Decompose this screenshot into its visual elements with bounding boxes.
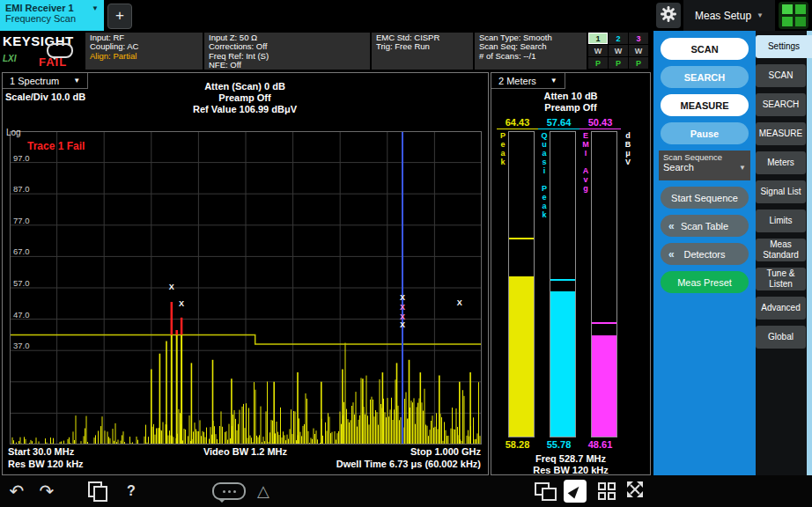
- menu-item-signal-list[interactable]: Signal List: [756, 180, 806, 203]
- menu-item-limits[interactable]: Limits: [756, 209, 806, 232]
- search-button[interactable]: SEARCH: [661, 66, 749, 88]
- menu-item-global[interactable]: Global: [756, 326, 806, 349]
- meter-fill: [509, 276, 534, 437]
- submenu-column: SettingsSCANSEARCHMEASUREMetersSignal Li…: [756, 31, 812, 475]
- fullscreen-button[interactable]: [624, 480, 646, 503]
- arrange-windows-icon[interactable]: [534, 480, 557, 503]
- spectrum-graph[interactable]: XXXXXXX97.087.077.067.057.047.037.0: [10, 131, 482, 445]
- menu-item-search[interactable]: SEARCH: [756, 93, 806, 116]
- status-line: Trig: Free Run: [376, 42, 469, 51]
- meter-bar-quasi-peak: [550, 131, 576, 437]
- meas-preset-button[interactable]: Meas Preset: [661, 271, 749, 293]
- svg-text:X: X: [400, 293, 405, 302]
- meters-title-label: 2 Meters: [498, 76, 536, 86]
- pause-button[interactable]: Pause: [661, 122, 749, 144]
- dwell-time-label: Dwell Time 6.73 μs (60.002 kHz): [336, 459, 481, 469]
- svg-text:X: X: [400, 320, 405, 329]
- status-line: Align: Partial: [90, 52, 198, 61]
- ref-value-label: Ref Value 106.99 dBμV: [126, 104, 364, 115]
- scan-sequence-dropdown[interactable]: Scan Sequence Search ▼: [659, 151, 750, 180]
- dual-window-icon: [535, 481, 557, 501]
- menu-item-settings[interactable]: Settings: [756, 35, 812, 58]
- meters-window: 2 Meters ▼ Atten 10 dB Preamp Off 64.43P…: [491, 72, 651, 475]
- gear-icon: [660, 5, 677, 26]
- speech-bubble-icon: [212, 482, 246, 500]
- svg-text:37.0: 37.0: [13, 341, 30, 350]
- menu-accent-strip: [807, 31, 812, 475]
- meter-max-value: 64.43: [497, 117, 538, 129]
- scan-button[interactable]: SCAN: [661, 38, 749, 60]
- emc-trigger-block[interactable]: EMC Std: CISPRTrig: Free Run: [372, 33, 473, 70]
- meter-bar-peak: [508, 131, 535, 437]
- meters-preamp-label: Preamp Off: [491, 102, 650, 114]
- bottom-toolbar: ↶ ↷ ? △: [0, 475, 812, 507]
- chevron-left-icon: «: [668, 248, 675, 261]
- trace-2-num-cell[interactable]: 2: [609, 33, 628, 44]
- scale-per-div-label: Scale/Div 10.0 dB: [5, 92, 85, 102]
- menu-item-advanced[interactable]: Advanced: [756, 297, 806, 320]
- add-tab-button[interactable]: +: [107, 4, 132, 29]
- amplitude-scale-type-label: Log: [6, 128, 21, 137]
- impedance-settings-block[interactable]: Input Z: 50 ΩCorrections: OffFreq Ref: I…: [204, 33, 370, 70]
- scan-settings-block[interactable]: Scan Type: SmoothScan Seq: Search# of Sc…: [475, 33, 587, 70]
- system-settings-button[interactable]: [656, 3, 681, 28]
- preamp-label: Preamp Off: [126, 92, 364, 104]
- chevron-down-icon: ▼: [73, 77, 80, 84]
- control-sidebar: SCANSEARCHMEASUREPause Scan Sequence Sea…: [653, 31, 756, 475]
- apps-grid-icon: [795, 17, 806, 26]
- menu-title-dropdown[interactable]: Meas Setup ▼: [683, 0, 775, 31]
- undo-icon[interactable]: ↶: [5, 480, 28, 503]
- start-sequence-button[interactable]: Start Sequence: [661, 187, 749, 209]
- status-header: KEYSIGHT LXI FAIL Input: RFCoupling: ACA…: [0, 33, 653, 70]
- cursor-icon: [568, 483, 583, 498]
- screenshot-icon[interactable]: [86, 480, 109, 503]
- spectrum-header-info: Atten (Scan) 0 dB Preamp Off Ref Value 1…: [126, 81, 364, 115]
- svg-text:47.0: 47.0: [13, 310, 30, 320]
- redo-icon[interactable]: ↷: [35, 480, 58, 503]
- menu-item-tune-listen[interactable]: Tune & Listen: [756, 268, 806, 290]
- meter-current-value: 48.61: [579, 439, 621, 451]
- gesture-triangle-icon[interactable]: △: [252, 480, 275, 503]
- meter-current-value: 55.78: [538, 439, 579, 451]
- instrument-mode-tab[interactable]: EMI Receiver 1 ▼ Frequency Scan: [0, 0, 104, 31]
- trace-3-p-cell[interactable]: P: [629, 57, 648, 69]
- meter-fill: [592, 335, 616, 437]
- chevron-down-icon: ▼: [550, 77, 557, 84]
- apps-launcher-button[interactable]: [779, 2, 808, 29]
- svg-text:X: X: [179, 299, 184, 308]
- trace-1-w-cell[interactable]: W: [588, 45, 608, 56]
- trace-3-w-cell[interactable]: W: [629, 45, 648, 56]
- meter-max-value: 57.64: [538, 117, 579, 129]
- svg-text:77.0: 77.0: [13, 216, 30, 225]
- window-grid-button[interactable]: [595, 480, 618, 503]
- meter-unit-label: dBμV: [621, 117, 635, 451]
- stop-freq-label: Stop 1.000 GHz: [410, 446, 481, 457]
- trace-2-p-cell[interactable]: P: [609, 57, 628, 69]
- trace-1-num-cell[interactable]: 1: [588, 33, 608, 44]
- menu-item-measure[interactable]: MEASURE: [756, 122, 806, 145]
- svg-text:97.0: 97.0: [13, 153, 30, 163]
- meters-title-dropdown[interactable]: 2 Meters ▼: [491, 73, 565, 89]
- spectrum-title-dropdown[interactable]: 1 Spectrum ▼: [3, 73, 88, 89]
- scan-table-button[interactable]: «Scan Table: [661, 215, 749, 237]
- lxi-badge: LXI: [3, 54, 17, 63]
- trace-1-p-cell[interactable]: P: [588, 57, 608, 69]
- meter-bar-emi-avg: [591, 131, 617, 437]
- input-settings-block[interactable]: Input: RFCoupling: ACAlign: Partial: [85, 33, 203, 70]
- measure-button[interactable]: MEASURE: [661, 94, 749, 116]
- menu-item-meters[interactable]: Meters: [756, 151, 806, 174]
- help-icon[interactable]: ?: [120, 480, 143, 503]
- meter-label: Quasi Peak: [538, 131, 550, 437]
- svg-text:X: X: [400, 303, 405, 312]
- meter-fill: [550, 291, 575, 437]
- pointer-select-button[interactable]: [564, 480, 587, 503]
- detectors-button[interactable]: «Detectors: [661, 243, 749, 265]
- apps-grid-icon: [782, 17, 793, 26]
- menu-item-meas-standard[interactable]: Meas Standard: [756, 239, 806, 261]
- menu-item-scan[interactable]: SCAN: [756, 64, 806, 87]
- trace-2-w-cell[interactable]: W: [609, 45, 628, 56]
- trace-indicator-table[interactable]: 123WWWPPP: [588, 33, 652, 70]
- meter-label: EMI Avg: [579, 131, 591, 437]
- trace-3-num-cell[interactable]: 3: [629, 33, 648, 44]
- messages-icon[interactable]: [210, 480, 248, 503]
